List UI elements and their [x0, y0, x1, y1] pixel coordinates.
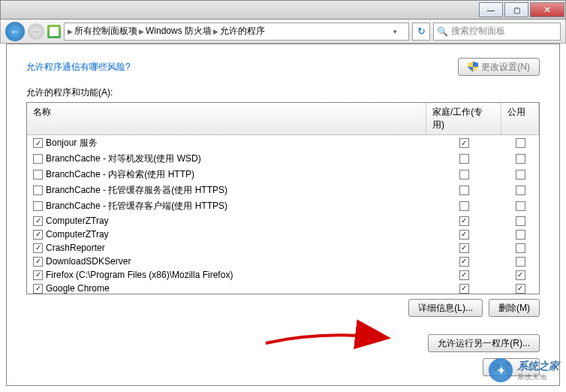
- breadcrumb-item[interactable]: Windows 防火墙: [146, 25, 212, 38]
- public-checkbox[interactable]: [516, 201, 525, 211]
- details-button[interactable]: 详细信息(L)...: [408, 299, 483, 317]
- table-row[interactable]: BranchCache - 托管缓存服务器(使用 HTTPS): [27, 182, 539, 198]
- chevron-down-icon[interactable]: ▾: [393, 28, 405, 35]
- public-checkbox[interactable]: [516, 270, 525, 280]
- col-home-header[interactable]: 家庭/工作(专用): [426, 103, 501, 134]
- home-checkbox[interactable]: [459, 243, 469, 253]
- shield-icon: [468, 62, 478, 72]
- table-row[interactable]: CrashReporter: [27, 241, 539, 255]
- risk-link[interactable]: 允许程序通信有哪些风险?: [26, 61, 131, 74]
- list-header: 名称 家庭/工作(专用) 公用: [27, 103, 539, 135]
- content-pane: 允许程序通信有哪些风险? 更改设置(N) 允许的程序和功能(A): 名称 家庭/…: [6, 44, 560, 386]
- allowed-programs-list: 名称 家庭/工作(专用) 公用 Bonjour 服务BranchCache - …: [26, 102, 540, 294]
- close-button[interactable]: ✕: [530, 2, 564, 17]
- name-checkbox[interactable]: [33, 270, 43, 280]
- annotation-arrow: [262, 327, 397, 352]
- public-checkbox[interactable]: [516, 216, 525, 226]
- name-checkbox[interactable]: [33, 230, 43, 240]
- chevron-right-icon: ▶: [68, 28, 73, 35]
- refresh-button[interactable]: ↻: [412, 23, 430, 41]
- home-checkbox[interactable]: [459, 216, 469, 226]
- home-checkbox[interactable]: [459, 170, 469, 179]
- col-public-header[interactable]: 公用: [501, 103, 539, 134]
- name-checkbox[interactable]: [33, 243, 43, 253]
- home-checkbox[interactable]: [459, 270, 469, 280]
- program-name: BranchCache - 托管缓存客户端(使用 HTTPS): [46, 200, 227, 213]
- breadcrumb-item[interactable]: 允许的程序: [220, 25, 265, 38]
- maximize-button[interactable]: ▢: [504, 2, 528, 17]
- navigation-bar: ← → ▶ 所有控制面板项 ▶ Windows 防火墙 ▶ 允许的程序 ▾ ↻ …: [0, 20, 566, 44]
- ok-button[interactable]: 确定: [483, 358, 540, 376]
- change-settings-label: 更改设置(N): [481, 61, 530, 74]
- window-titlebar: — ▢ ✕: [0, 0, 566, 20]
- table-row[interactable]: Google Chrome: [27, 282, 539, 294]
- control-panel-icon: [47, 25, 61, 38]
- name-checkbox[interactable]: [33, 201, 43, 211]
- table-row[interactable]: ComputerZTray: [27, 214, 539, 228]
- program-name: Google Chrome: [46, 283, 110, 294]
- program-name: DownloadSDKServer: [46, 256, 131, 267]
- forward-button: →: [28, 23, 44, 40]
- home-checkbox[interactable]: [459, 284, 469, 294]
- program-name: BranchCache - 对等机发现(使用 WSD): [46, 152, 201, 165]
- program-name: BranchCache - 托管缓存服务器(使用 HTTPS): [46, 184, 227, 197]
- table-row[interactable]: DownloadSDKServer: [27, 255, 539, 268]
- remove-button[interactable]: 删除(M): [489, 299, 540, 317]
- program-name: ComputerZTray: [46, 216, 109, 226]
- chevron-right-icon: ▶: [213, 28, 218, 35]
- table-row[interactable]: ComputerZTray: [27, 228, 539, 241]
- table-row[interactable]: BranchCache - 内容检索(使用 HTTP): [27, 167, 539, 182]
- chevron-right-icon: ▶: [139, 28, 144, 35]
- table-row[interactable]: Firefox (C:\Program Files (x86)\Mozilla …: [27, 268, 539, 282]
- name-checkbox[interactable]: [33, 138, 43, 148]
- col-name-header[interactable]: 名称: [27, 103, 426, 134]
- program-name: Bonjour 服务: [46, 137, 98, 149]
- name-checkbox[interactable]: [33, 284, 43, 294]
- home-checkbox[interactable]: [459, 257, 469, 267]
- table-row[interactable]: Bonjour 服务: [27, 135, 539, 151]
- home-checkbox[interactable]: [459, 185, 469, 195]
- program-name: BranchCache - 内容检索(使用 HTTP): [46, 168, 194, 181]
- search-placeholder: 搜索控制面板: [451, 25, 505, 38]
- list-body[interactable]: Bonjour 服务BranchCache - 对等机发现(使用 WSD)Bra…: [27, 135, 539, 294]
- name-checkbox[interactable]: [33, 257, 43, 267]
- public-checkbox[interactable]: [516, 284, 525, 294]
- public-checkbox[interactable]: [516, 154, 525, 164]
- program-name: Firefox (C:\Program Files (x86)\Mozilla …: [46, 270, 233, 280]
- name-checkbox[interactable]: [33, 185, 43, 195]
- public-checkbox[interactable]: [516, 257, 525, 267]
- public-checkbox[interactable]: [516, 230, 525, 240]
- change-settings-button[interactable]: 更改设置(N): [458, 58, 540, 76]
- home-checkbox[interactable]: [459, 201, 469, 211]
- public-checkbox[interactable]: [516, 138, 525, 148]
- search-input[interactable]: 🔍 搜索控制面板: [433, 23, 561, 41]
- breadcrumb-item[interactable]: 所有控制面板项: [74, 25, 137, 38]
- home-checkbox[interactable]: [459, 154, 469, 164]
- name-checkbox[interactable]: [33, 154, 43, 164]
- home-checkbox[interactable]: [459, 230, 469, 240]
- allow-another-program-button[interactable]: 允许运行另一程序(R)...: [428, 334, 540, 352]
- name-checkbox[interactable]: [33, 216, 43, 226]
- table-row[interactable]: BranchCache - 托管缓存客户端(使用 HTTPS): [27, 198, 539, 214]
- public-checkbox[interactable]: [516, 170, 525, 179]
- list-label: 允许的程序和功能(A):: [26, 86, 540, 99]
- public-checkbox[interactable]: [516, 243, 525, 253]
- breadcrumb[interactable]: ▶ 所有控制面板项 ▶ Windows 防火墙 ▶ 允许的程序 ▾: [64, 23, 409, 41]
- search-icon: 🔍: [437, 26, 448, 37]
- home-checkbox[interactable]: [459, 138, 469, 148]
- program-name: CrashReporter: [46, 243, 105, 253]
- name-checkbox[interactable]: [33, 170, 43, 179]
- table-row[interactable]: BranchCache - 对等机发现(使用 WSD): [27, 151, 539, 167]
- minimize-button[interactable]: —: [479, 2, 503, 17]
- back-button[interactable]: ←: [5, 22, 25, 41]
- public-checkbox[interactable]: [516, 185, 525, 195]
- program-name: ComputerZTray: [46, 229, 109, 240]
